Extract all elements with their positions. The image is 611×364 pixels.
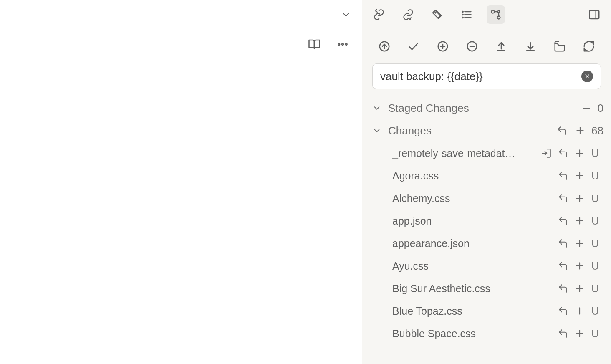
file-row[interactable]: Blue Topaz.cssU (370, 300, 603, 322)
discard-all-icon[interactable] (555, 124, 569, 138)
stage-file-icon[interactable] (573, 169, 587, 183)
file-name: Agora.css (392, 170, 556, 182)
file-row[interactable]: _remotely-save-metadat…U (370, 142, 603, 164)
commit-icon[interactable] (404, 36, 424, 56)
stage-file-icon[interactable] (573, 236, 587, 250)
file-row[interactable]: Alchemy.cssU (370, 187, 603, 210)
file-status: U (589, 170, 601, 182)
file-name: Big Sur Aesthetic.css (392, 283, 556, 295)
unstage-icon[interactable] (579, 101, 593, 115)
stage-file-icon[interactable] (573, 191, 587, 205)
file-row[interactable]: app.jsonU (370, 210, 603, 232)
file-row[interactable]: Agora.cssU (370, 164, 603, 187)
stage-file-icon[interactable] (573, 326, 587, 341)
backlinks-icon[interactable] (370, 5, 388, 24)
commit-push-icon[interactable] (374, 36, 394, 56)
dropdown-chevron-icon[interactable] (337, 5, 355, 24)
go-to-file-icon[interactable] (539, 146, 553, 160)
chevron-down-icon (370, 124, 384, 138)
file-row[interactable]: appearance.jsonU (370, 232, 603, 255)
discard-file-icon[interactable] (556, 259, 570, 273)
outgoing-links-icon[interactable] (399, 5, 417, 24)
changes-section-title: Changes (388, 124, 550, 137)
svg-rect-13 (590, 10, 599, 19)
stage-all-icon[interactable] (433, 36, 453, 56)
svg-point-1 (342, 43, 343, 45)
more-options-icon[interactable] (333, 35, 352, 53)
outline-icon[interactable] (457, 5, 476, 24)
file-status: U (589, 215, 601, 227)
stage-file-icon[interactable] (573, 281, 587, 296)
file-status: U (589, 305, 601, 317)
svg-point-8 (462, 14, 463, 15)
file-row[interactable]: Ayu.cssU (370, 255, 603, 277)
svg-point-3 (435, 12, 436, 13)
stage-file-icon[interactable] (573, 214, 587, 228)
file-name: Bubble Space.css (392, 328, 556, 340)
toggle-right-sidebar-icon[interactable] (585, 5, 603, 24)
changes-count: 68 (591, 124, 603, 137)
discard-file-icon[interactable] (556, 304, 570, 318)
svg-point-0 (338, 43, 340, 45)
svg-point-2 (346, 43, 347, 45)
file-status: U (589, 328, 601, 340)
stage-file-icon[interactable] (573, 146, 587, 160)
main-editor-pane (0, 0, 362, 364)
file-status: U (589, 283, 601, 295)
file-name: Blue Topaz.css (392, 305, 556, 317)
file-status: U (589, 147, 601, 159)
discard-file-icon[interactable] (556, 146, 570, 160)
file-name: appearance.json (392, 238, 556, 250)
stage-all-plus-icon[interactable] (573, 124, 587, 138)
stage-file-icon[interactable] (573, 259, 587, 273)
staged-section-title: Staged Changes (388, 102, 575, 115)
tags-icon[interactable] (428, 5, 447, 24)
discard-file-icon[interactable] (556, 169, 570, 183)
file-name: app.json (392, 215, 556, 227)
stage-file-icon[interactable] (573, 304, 587, 318)
source-control-icon[interactable] (487, 5, 505, 24)
discard-file-icon[interactable] (556, 326, 570, 341)
reading-view-icon[interactable] (305, 35, 323, 53)
clear-input-icon[interactable] (581, 71, 593, 82)
discard-file-icon[interactable] (556, 281, 570, 296)
chevron-down-icon (370, 101, 384, 115)
commit-message-input[interactable] (380, 70, 581, 83)
pull-icon[interactable] (520, 36, 540, 56)
unstage-all-icon[interactable] (462, 36, 482, 56)
staged-count: 0 (598, 102, 603, 115)
file-name: Alchemy.css (392, 192, 556, 205)
file-status: U (589, 238, 601, 250)
svg-point-7 (462, 11, 463, 12)
svg-point-9 (462, 17, 463, 18)
refresh-icon[interactable] (579, 36, 599, 56)
file-name: Ayu.css (392, 260, 556, 272)
changes-section[interactable]: Changes 68 (370, 119, 603, 142)
git-sidebar: Staged Changes 0 Changes (362, 0, 611, 364)
svg-point-12 (498, 10, 500, 13)
commit-message-field[interactable] (372, 63, 601, 89)
file-status: U (589, 192, 601, 205)
open-folder-icon[interactable] (550, 36, 570, 56)
staged-changes-section[interactable]: Staged Changes 0 (370, 97, 603, 119)
file-row[interactable]: Bubble Space.cssU (370, 322, 603, 345)
discard-file-icon[interactable] (556, 236, 570, 250)
discard-file-icon[interactable] (556, 191, 570, 205)
push-icon[interactable] (491, 36, 511, 56)
file-name: _remotely-save-metadat… (392, 147, 539, 159)
discard-file-icon[interactable] (556, 214, 570, 228)
file-row[interactable]: Big Sur Aesthetic.cssU (370, 277, 603, 300)
file-status: U (589, 260, 601, 272)
